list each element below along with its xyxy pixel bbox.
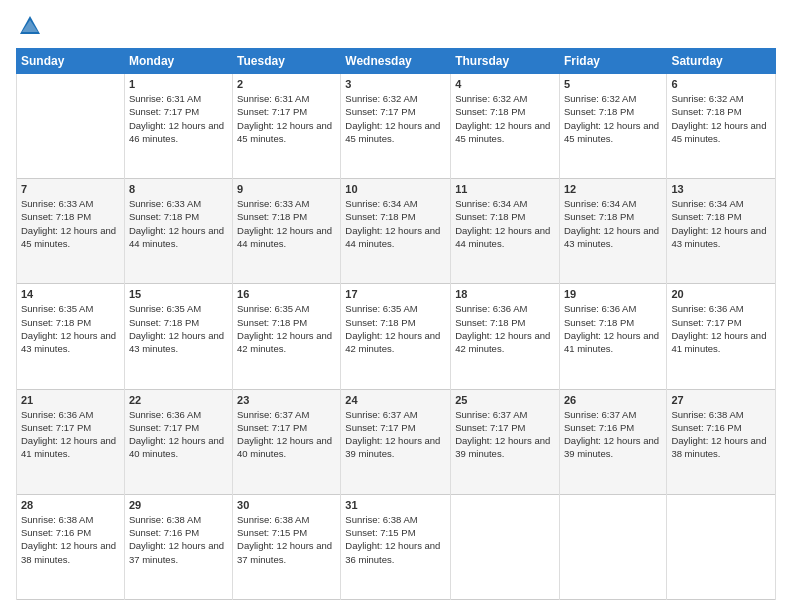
day-cell: 22Sunrise: 6:36 AMSunset: 7:17 PMDayligh…: [124, 389, 232, 494]
sunrise: Sunrise: 6:37 AM: [455, 409, 527, 420]
day-number: 5: [564, 78, 662, 90]
sunrise: Sunrise: 6:35 AM: [345, 303, 417, 314]
day-number: 15: [129, 288, 228, 300]
week-row-1: 1Sunrise: 6:31 AMSunset: 7:17 PMDaylight…: [17, 74, 776, 179]
sunrise: Sunrise: 6:34 AM: [671, 198, 743, 209]
day-cell: 7Sunrise: 6:33 AMSunset: 7:18 PMDaylight…: [17, 179, 125, 284]
sunset: Sunset: 7:18 PM: [671, 211, 741, 222]
day-number: 10: [345, 183, 446, 195]
week-row-5: 28Sunrise: 6:38 AMSunset: 7:16 PMDayligh…: [17, 494, 776, 599]
daylight: Daylight: 12 hours and 39 minutes.: [455, 435, 550, 459]
day-info: Sunrise: 6:37 AMSunset: 7:16 PMDaylight:…: [564, 408, 662, 461]
sunrise: Sunrise: 6:32 AM: [345, 93, 417, 104]
day-number: 21: [21, 394, 120, 406]
sunset: Sunset: 7:18 PM: [21, 317, 91, 328]
sunset: Sunset: 7:15 PM: [237, 527, 307, 538]
sunrise: Sunrise: 6:35 AM: [237, 303, 309, 314]
day-cell: 26Sunrise: 6:37 AMSunset: 7:16 PMDayligh…: [559, 389, 666, 494]
day-cell: 1Sunrise: 6:31 AMSunset: 7:17 PMDaylight…: [124, 74, 232, 179]
day-cell: 31Sunrise: 6:38 AMSunset: 7:15 PMDayligh…: [341, 494, 451, 599]
daylight: Daylight: 12 hours and 43 minutes.: [129, 330, 224, 354]
sunrise: Sunrise: 6:38 AM: [671, 409, 743, 420]
sunrise: Sunrise: 6:31 AM: [237, 93, 309, 104]
day-cell: 5Sunrise: 6:32 AMSunset: 7:18 PMDaylight…: [559, 74, 666, 179]
day-info: Sunrise: 6:34 AMSunset: 7:18 PMDaylight:…: [564, 197, 662, 250]
day-info: Sunrise: 6:34 AMSunset: 7:18 PMDaylight:…: [345, 197, 446, 250]
day-info: Sunrise: 6:32 AMSunset: 7:18 PMDaylight:…: [671, 92, 771, 145]
col-header-monday: Monday: [124, 49, 232, 74]
day-number: 26: [564, 394, 662, 406]
day-info: Sunrise: 6:38 AMSunset: 7:15 PMDaylight:…: [345, 513, 446, 566]
daylight: Daylight: 12 hours and 45 minutes.: [237, 120, 332, 144]
day-info: Sunrise: 6:34 AMSunset: 7:18 PMDaylight:…: [455, 197, 555, 250]
daylight: Daylight: 12 hours and 36 minutes.: [345, 540, 440, 564]
day-info: Sunrise: 6:33 AMSunset: 7:18 PMDaylight:…: [129, 197, 228, 250]
day-cell: 2Sunrise: 6:31 AMSunset: 7:17 PMDaylight…: [233, 74, 341, 179]
sunrise: Sunrise: 6:34 AM: [345, 198, 417, 209]
sunset: Sunset: 7:16 PM: [129, 527, 199, 538]
daylight: Daylight: 12 hours and 42 minutes.: [345, 330, 440, 354]
daylight: Daylight: 12 hours and 45 minutes.: [345, 120, 440, 144]
day-cell: 8Sunrise: 6:33 AMSunset: 7:18 PMDaylight…: [124, 179, 232, 284]
daylight: Daylight: 12 hours and 46 minutes.: [129, 120, 224, 144]
daylight: Daylight: 12 hours and 37 minutes.: [237, 540, 332, 564]
day-info: Sunrise: 6:32 AMSunset: 7:17 PMDaylight:…: [345, 92, 446, 145]
day-number: 3: [345, 78, 446, 90]
day-cell: 15Sunrise: 6:35 AMSunset: 7:18 PMDayligh…: [124, 284, 232, 389]
sunrise: Sunrise: 6:37 AM: [564, 409, 636, 420]
day-info: Sunrise: 6:36 AMSunset: 7:17 PMDaylight:…: [129, 408, 228, 461]
day-info: Sunrise: 6:34 AMSunset: 7:18 PMDaylight:…: [671, 197, 771, 250]
sunset: Sunset: 7:16 PM: [564, 422, 634, 433]
daylight: Daylight: 12 hours and 43 minutes.: [671, 225, 766, 249]
calendar-table: SundayMondayTuesdayWednesdayThursdayFrid…: [16, 48, 776, 600]
sunrise: Sunrise: 6:36 AM: [564, 303, 636, 314]
daylight: Daylight: 12 hours and 37 minutes.: [129, 540, 224, 564]
sunrise: Sunrise: 6:31 AM: [129, 93, 201, 104]
sunrise: Sunrise: 6:32 AM: [564, 93, 636, 104]
day-number: 27: [671, 394, 771, 406]
daylight: Daylight: 12 hours and 42 minutes.: [237, 330, 332, 354]
day-number: 19: [564, 288, 662, 300]
sunset: Sunset: 7:17 PM: [129, 106, 199, 117]
day-info: Sunrise: 6:32 AMSunset: 7:18 PMDaylight:…: [455, 92, 555, 145]
header: [16, 12, 776, 40]
day-number: 24: [345, 394, 446, 406]
sunrise: Sunrise: 6:33 AM: [237, 198, 309, 209]
day-cell: 9Sunrise: 6:33 AMSunset: 7:18 PMDaylight…: [233, 179, 341, 284]
day-info: Sunrise: 6:37 AMSunset: 7:17 PMDaylight:…: [345, 408, 446, 461]
daylight: Daylight: 12 hours and 43 minutes.: [21, 330, 116, 354]
day-info: Sunrise: 6:35 AMSunset: 7:18 PMDaylight:…: [237, 302, 336, 355]
day-number: 2: [237, 78, 336, 90]
col-header-wednesday: Wednesday: [341, 49, 451, 74]
day-number: 18: [455, 288, 555, 300]
day-info: Sunrise: 6:38 AMSunset: 7:16 PMDaylight:…: [671, 408, 771, 461]
header-row: SundayMondayTuesdayWednesdayThursdayFrid…: [17, 49, 776, 74]
day-info: Sunrise: 6:32 AMSunset: 7:18 PMDaylight:…: [564, 92, 662, 145]
sunrise: Sunrise: 6:36 AM: [671, 303, 743, 314]
daylight: Daylight: 12 hours and 40 minutes.: [237, 435, 332, 459]
sunrise: Sunrise: 6:35 AM: [21, 303, 93, 314]
day-info: Sunrise: 6:36 AMSunset: 7:18 PMDaylight:…: [455, 302, 555, 355]
sunrise: Sunrise: 6:33 AM: [21, 198, 93, 209]
day-cell: 13Sunrise: 6:34 AMSunset: 7:18 PMDayligh…: [667, 179, 776, 284]
day-info: Sunrise: 6:38 AMSunset: 7:16 PMDaylight:…: [21, 513, 120, 566]
daylight: Daylight: 12 hours and 41 minutes.: [564, 330, 659, 354]
col-header-friday: Friday: [559, 49, 666, 74]
day-cell: 3Sunrise: 6:32 AMSunset: 7:17 PMDaylight…: [341, 74, 451, 179]
daylight: Daylight: 12 hours and 45 minutes.: [21, 225, 116, 249]
day-info: Sunrise: 6:38 AMSunset: 7:16 PMDaylight:…: [129, 513, 228, 566]
day-number: 8: [129, 183, 228, 195]
daylight: Daylight: 12 hours and 44 minutes.: [129, 225, 224, 249]
sunset: Sunset: 7:18 PM: [564, 106, 634, 117]
day-cell: 12Sunrise: 6:34 AMSunset: 7:18 PMDayligh…: [559, 179, 666, 284]
day-number: 1: [129, 78, 228, 90]
sunset: Sunset: 7:17 PM: [345, 422, 415, 433]
sunrise: Sunrise: 6:33 AM: [129, 198, 201, 209]
col-header-thursday: Thursday: [451, 49, 560, 74]
sunset: Sunset: 7:18 PM: [129, 317, 199, 328]
sunrise: Sunrise: 6:32 AM: [671, 93, 743, 104]
day-number: 25: [455, 394, 555, 406]
sunset: Sunset: 7:18 PM: [237, 317, 307, 328]
sunset: Sunset: 7:16 PM: [671, 422, 741, 433]
day-cell: 25Sunrise: 6:37 AMSunset: 7:17 PMDayligh…: [451, 389, 560, 494]
